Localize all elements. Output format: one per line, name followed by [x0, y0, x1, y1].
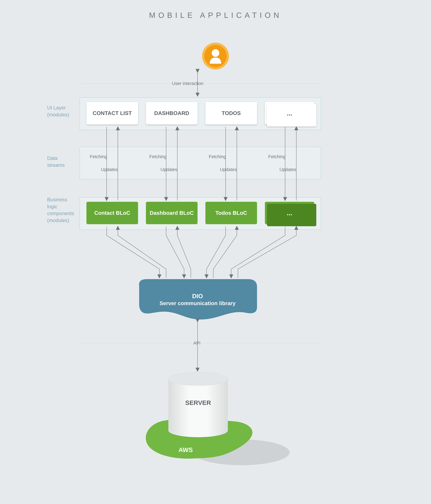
label-fetching: Fetching: [90, 154, 107, 159]
aws-label: AWS: [178, 446, 193, 453]
card-label: CONTACT LIST: [93, 110, 132, 117]
panel-data-streams: [80, 147, 321, 179]
card-label: ...: [287, 109, 292, 117]
dio-title: DIO: [138, 293, 257, 299]
card-more-bloc: ...: [265, 202, 314, 224]
edge-label-api: API: [192, 341, 202, 346]
card-dashboard-bloc: Dashboard BLoC: [146, 202, 197, 224]
card-label: DASHBOARD: [154, 110, 189, 117]
label-fetching: Fetching: [149, 154, 167, 159]
label-updates: Updates: [160, 167, 177, 172]
server-label: SERVER: [168, 399, 228, 406]
dio-shape: DIO Server communication library: [138, 279, 257, 322]
card-label: TODOS: [222, 110, 241, 117]
label-updates: Updates: [220, 167, 237, 172]
label-updates: Updates: [101, 167, 118, 172]
server-cylinder: SERVER: [168, 372, 228, 437]
side-label-bloc: Business logic components (modules): [47, 196, 74, 224]
label-fetching: Fetching: [209, 154, 226, 159]
user-icon: [202, 43, 229, 70]
dio-subtitle: Server communication library: [138, 300, 257, 306]
card-label: Dashboard BLoC: [150, 210, 194, 216]
diagram-title: MOBILE APPLICATION: [149, 11, 282, 19]
card-contact-bloc: Contact BLoC: [86, 202, 138, 224]
side-label-data-streams: Data streams: [47, 155, 65, 169]
svg-point-0: [212, 49, 219, 57]
side-label-ui-layer: UI Layer (modules): [47, 104, 69, 118]
card-contact-list: CONTACT LIST: [86, 102, 138, 125]
card-label: ...: [287, 209, 292, 217]
card-todos-bloc: Todos BLoC: [206, 202, 257, 224]
card-dashboard: DASHBOARD: [146, 102, 197, 125]
edge-label-user-interaction: User interaction: [171, 81, 205, 86]
label-fetching: Fetching: [268, 154, 285, 159]
card-more: ...: [265, 102, 314, 125]
card-todos: TODOS: [206, 102, 257, 125]
card-label: Todos BLoC: [216, 210, 247, 216]
label-updates: Updates: [280, 167, 296, 172]
card-label: Contact BLoC: [94, 210, 130, 216]
